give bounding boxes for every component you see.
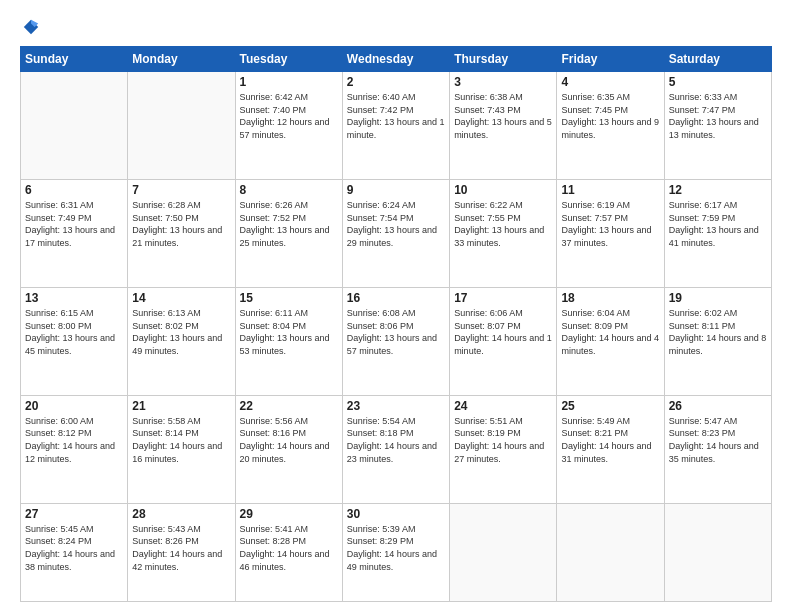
day-number: 18: [561, 291, 659, 305]
cell-content: Sunrise: 5:41 AM Sunset: 8:28 PM Dayligh…: [240, 523, 338, 573]
calendar-week-3: 20Sunrise: 6:00 AM Sunset: 8:12 PM Dayli…: [21, 395, 772, 503]
calendar-week-0: 1Sunrise: 6:42 AM Sunset: 7:40 PM Daylig…: [21, 72, 772, 180]
calendar-cell: 5Sunrise: 6:33 AM Sunset: 7:47 PM Daylig…: [664, 72, 771, 180]
logo: [20, 18, 40, 36]
day-number: 11: [561, 183, 659, 197]
calendar-cell: 23Sunrise: 5:54 AM Sunset: 8:18 PM Dayli…: [342, 395, 449, 503]
cell-content: Sunrise: 6:08 AM Sunset: 8:06 PM Dayligh…: [347, 307, 445, 357]
calendar-week-1: 6Sunrise: 6:31 AM Sunset: 7:49 PM Daylig…: [21, 179, 772, 287]
cell-content: Sunrise: 6:38 AM Sunset: 7:43 PM Dayligh…: [454, 91, 552, 141]
calendar-cell: 11Sunrise: 6:19 AM Sunset: 7:57 PM Dayli…: [557, 179, 664, 287]
day-number: 15: [240, 291, 338, 305]
cell-content: Sunrise: 5:51 AM Sunset: 8:19 PM Dayligh…: [454, 415, 552, 465]
day-number: 10: [454, 183, 552, 197]
calendar-table: SundayMondayTuesdayWednesdayThursdayFrid…: [20, 46, 772, 602]
weekday-header-thursday: Thursday: [450, 47, 557, 72]
cell-content: Sunrise: 5:54 AM Sunset: 8:18 PM Dayligh…: [347, 415, 445, 465]
cell-content: Sunrise: 6:28 AM Sunset: 7:50 PM Dayligh…: [132, 199, 230, 249]
day-number: 1: [240, 75, 338, 89]
day-number: 28: [132, 507, 230, 521]
cell-content: Sunrise: 5:45 AM Sunset: 8:24 PM Dayligh…: [25, 523, 123, 573]
cell-content: Sunrise: 6:17 AM Sunset: 7:59 PM Dayligh…: [669, 199, 767, 249]
day-number: 7: [132, 183, 230, 197]
calendar-cell: 4Sunrise: 6:35 AM Sunset: 7:45 PM Daylig…: [557, 72, 664, 180]
cell-content: Sunrise: 5:56 AM Sunset: 8:16 PM Dayligh…: [240, 415, 338, 465]
calendar-cell: 18Sunrise: 6:04 AM Sunset: 8:09 PM Dayli…: [557, 287, 664, 395]
weekday-header-sunday: Sunday: [21, 47, 128, 72]
cell-content: Sunrise: 6:04 AM Sunset: 8:09 PM Dayligh…: [561, 307, 659, 357]
calendar-cell: 16Sunrise: 6:08 AM Sunset: 8:06 PM Dayli…: [342, 287, 449, 395]
day-number: 21: [132, 399, 230, 413]
calendar-cell: 3Sunrise: 6:38 AM Sunset: 7:43 PM Daylig…: [450, 72, 557, 180]
calendar-cell: 13Sunrise: 6:15 AM Sunset: 8:00 PM Dayli…: [21, 287, 128, 395]
weekday-header-wednesday: Wednesday: [342, 47, 449, 72]
calendar-cell: 24Sunrise: 5:51 AM Sunset: 8:19 PM Dayli…: [450, 395, 557, 503]
day-number: 9: [347, 183, 445, 197]
calendar-cell: 2Sunrise: 6:40 AM Sunset: 7:42 PM Daylig…: [342, 72, 449, 180]
day-number: 25: [561, 399, 659, 413]
cell-content: Sunrise: 6:35 AM Sunset: 7:45 PM Dayligh…: [561, 91, 659, 141]
calendar-cell: 1Sunrise: 6:42 AM Sunset: 7:40 PM Daylig…: [235, 72, 342, 180]
calendar-cell: [557, 503, 664, 601]
cell-content: Sunrise: 5:39 AM Sunset: 8:29 PM Dayligh…: [347, 523, 445, 573]
cell-content: Sunrise: 6:22 AM Sunset: 7:55 PM Dayligh…: [454, 199, 552, 249]
day-number: 14: [132, 291, 230, 305]
header: [20, 18, 772, 36]
day-number: 16: [347, 291, 445, 305]
calendar-cell: 25Sunrise: 5:49 AM Sunset: 8:21 PM Dayli…: [557, 395, 664, 503]
day-number: 13: [25, 291, 123, 305]
calendar-cell: 27Sunrise: 5:45 AM Sunset: 8:24 PM Dayli…: [21, 503, 128, 601]
day-number: 19: [669, 291, 767, 305]
calendar-cell: 17Sunrise: 6:06 AM Sunset: 8:07 PM Dayli…: [450, 287, 557, 395]
calendar-cell: 12Sunrise: 6:17 AM Sunset: 7:59 PM Dayli…: [664, 179, 771, 287]
calendar-week-2: 13Sunrise: 6:15 AM Sunset: 8:00 PM Dayli…: [21, 287, 772, 395]
cell-content: Sunrise: 6:42 AM Sunset: 7:40 PM Dayligh…: [240, 91, 338, 141]
weekday-header-monday: Monday: [128, 47, 235, 72]
calendar-cell: 29Sunrise: 5:41 AM Sunset: 8:28 PM Dayli…: [235, 503, 342, 601]
calendar-cell: 7Sunrise: 6:28 AM Sunset: 7:50 PM Daylig…: [128, 179, 235, 287]
calendar-cell: 20Sunrise: 6:00 AM Sunset: 8:12 PM Dayli…: [21, 395, 128, 503]
day-number: 6: [25, 183, 123, 197]
calendar-cell: 8Sunrise: 6:26 AM Sunset: 7:52 PM Daylig…: [235, 179, 342, 287]
calendar-cell: 21Sunrise: 5:58 AM Sunset: 8:14 PM Dayli…: [128, 395, 235, 503]
cell-content: Sunrise: 6:31 AM Sunset: 7:49 PM Dayligh…: [25, 199, 123, 249]
cell-content: Sunrise: 5:47 AM Sunset: 8:23 PM Dayligh…: [669, 415, 767, 465]
weekday-header-tuesday: Tuesday: [235, 47, 342, 72]
weekday-header-friday: Friday: [557, 47, 664, 72]
cell-content: Sunrise: 6:24 AM Sunset: 7:54 PM Dayligh…: [347, 199, 445, 249]
cell-content: Sunrise: 6:11 AM Sunset: 8:04 PM Dayligh…: [240, 307, 338, 357]
day-number: 2: [347, 75, 445, 89]
calendar-cell: 10Sunrise: 6:22 AM Sunset: 7:55 PM Dayli…: [450, 179, 557, 287]
day-number: 3: [454, 75, 552, 89]
calendar-cell: [21, 72, 128, 180]
day-number: 22: [240, 399, 338, 413]
cell-content: Sunrise: 6:15 AM Sunset: 8:00 PM Dayligh…: [25, 307, 123, 357]
day-number: 12: [669, 183, 767, 197]
day-number: 5: [669, 75, 767, 89]
cell-content: Sunrise: 6:06 AM Sunset: 8:07 PM Dayligh…: [454, 307, 552, 357]
day-number: 27: [25, 507, 123, 521]
day-number: 30: [347, 507, 445, 521]
calendar-cell: [450, 503, 557, 601]
cell-content: Sunrise: 6:13 AM Sunset: 8:02 PM Dayligh…: [132, 307, 230, 357]
cell-content: Sunrise: 6:26 AM Sunset: 7:52 PM Dayligh…: [240, 199, 338, 249]
day-number: 20: [25, 399, 123, 413]
day-number: 26: [669, 399, 767, 413]
calendar-cell: 28Sunrise: 5:43 AM Sunset: 8:26 PM Dayli…: [128, 503, 235, 601]
calendar-cell: 19Sunrise: 6:02 AM Sunset: 8:11 PM Dayli…: [664, 287, 771, 395]
cell-content: Sunrise: 5:49 AM Sunset: 8:21 PM Dayligh…: [561, 415, 659, 465]
day-number: 24: [454, 399, 552, 413]
calendar-cell: 6Sunrise: 6:31 AM Sunset: 7:49 PM Daylig…: [21, 179, 128, 287]
calendar-cell: 22Sunrise: 5:56 AM Sunset: 8:16 PM Dayli…: [235, 395, 342, 503]
cell-content: Sunrise: 6:40 AM Sunset: 7:42 PM Dayligh…: [347, 91, 445, 141]
logo-icon: [22, 18, 40, 36]
cell-content: Sunrise: 6:02 AM Sunset: 8:11 PM Dayligh…: [669, 307, 767, 357]
cell-content: Sunrise: 5:58 AM Sunset: 8:14 PM Dayligh…: [132, 415, 230, 465]
day-number: 23: [347, 399, 445, 413]
cell-content: Sunrise: 5:43 AM Sunset: 8:26 PM Dayligh…: [132, 523, 230, 573]
cell-content: Sunrise: 6:00 AM Sunset: 8:12 PM Dayligh…: [25, 415, 123, 465]
calendar-cell: 14Sunrise: 6:13 AM Sunset: 8:02 PM Dayli…: [128, 287, 235, 395]
weekday-header-saturday: Saturday: [664, 47, 771, 72]
calendar-cell: [664, 503, 771, 601]
cell-content: Sunrise: 6:33 AM Sunset: 7:47 PM Dayligh…: [669, 91, 767, 141]
